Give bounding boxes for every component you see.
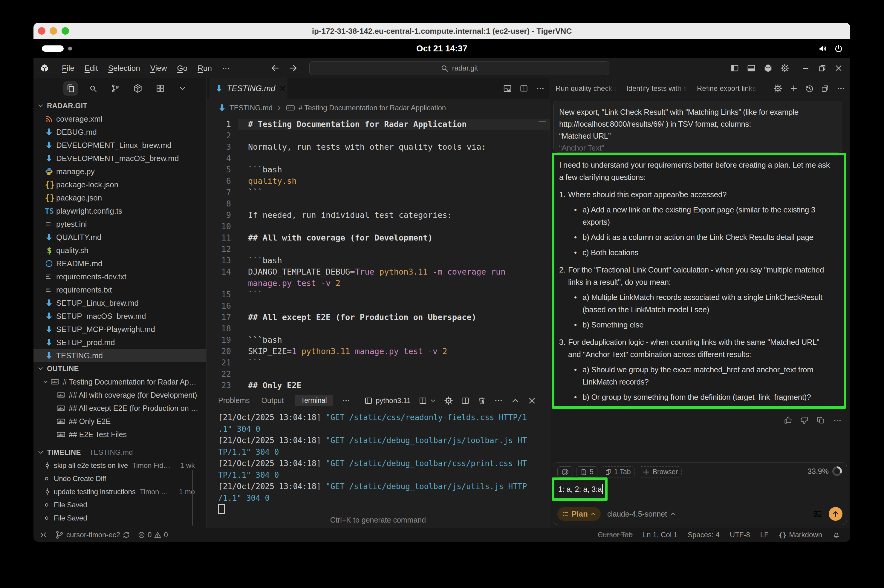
file-readme.md[interactable]: README.md [33, 257, 206, 270]
attach-image-icon[interactable] [813, 509, 822, 519]
command-center-search[interactable]: radar.git [309, 61, 609, 75]
remote-indicator-icon[interactable] [39, 531, 47, 539]
timeline-item-4[interactable]: File Saved [33, 512, 206, 525]
search-view-icon[interactable] [86, 81, 100, 96]
toggle-panel-icon[interactable] [747, 64, 756, 73]
indentation-status[interactable]: Spaces: 4 [687, 531, 720, 539]
menu-go[interactable]: Go [172, 58, 193, 78]
send-button[interactable] [829, 507, 842, 521]
chat-tab-1[interactable]: Identify tests with e [626, 84, 687, 93]
mode-selector[interactable]: Plan [557, 507, 601, 521]
outline-item-1[interactable]: abc## All with coverage (for Development… [33, 388, 206, 402]
model-selector[interactable]: claude-4.5-sonnet [607, 510, 676, 518]
split-editor-icon[interactable] [520, 84, 528, 93]
menu-file[interactable]: File [57, 58, 80, 78]
menu-selection[interactable]: Selection [103, 58, 145, 78]
menu-[interactable]: ⋯ [217, 58, 235, 78]
breadcrumb-symbol[interactable]: # Testing Documentation for Radar Applic… [299, 104, 446, 112]
tab-close-icon[interactable] [279, 84, 287, 92]
terminal-more-icon[interactable] [494, 396, 503, 405]
chat-settings-icon[interactable] [773, 84, 782, 93]
timeline-section-header[interactable]: TIMELINETESTING.md [33, 446, 206, 459]
language-status[interactable]: {} Markdown [779, 531, 822, 539]
encoding-status[interactable]: UTF-8 [730, 531, 750, 539]
file-testing.md[interactable]: TESTING.md [33, 349, 206, 362]
git-branch-status[interactable]: cursor-timon-ec2 [55, 530, 130, 539]
editor-more-actions-icon[interactable] [536, 84, 545, 93]
navigate-forward-icon[interactable] [289, 64, 298, 73]
new-terminal-button[interactable] [419, 396, 436, 405]
thumbs-up-icon[interactable] [783, 416, 792, 425]
file-package-lock.json[interactable]: {}package-lock.json [33, 178, 206, 191]
volume-icon[interactable] [818, 44, 827, 54]
chat-more-icon[interactable] [836, 84, 845, 93]
file-requirements-dev.txt[interactable]: requirements-dev.txt [33, 270, 206, 283]
timeline-item-0[interactable]: skip all e2e tests on liveTimon Fid…1 wk [33, 459, 206, 472]
settings-gear-icon[interactable] [780, 64, 789, 73]
breadcrumb-file[interactable]: TESTING.md [230, 104, 273, 112]
window-restore-icon[interactable] [818, 64, 826, 72]
file-development-macos-brew.md[interactable]: DEVELOPMENT_macOS_brew.md [33, 152, 206, 165]
file-requirements.txt[interactable]: requirements.txt [33, 283, 206, 296]
thumbs-down-icon[interactable] [800, 416, 809, 425]
notifications-bell-icon[interactable] [832, 531, 840, 539]
problems-status[interactable]: 0 0 [138, 531, 168, 539]
chat-history-icon[interactable] [805, 84, 814, 93]
user-message[interactable]: New export, “Link Check Result” with “Ma… [554, 101, 842, 153]
menu-edit[interactable]: Edit [80, 58, 103, 78]
views-dropdown-icon[interactable] [176, 81, 190, 96]
outline-item-2[interactable]: abc## All except E2E (for Production on … [33, 402, 206, 415]
file-quality.sh[interactable]: $quality.sh [33, 244, 206, 257]
open-chat-in-editor-icon[interactable] [821, 84, 829, 93]
context-chip-browser[interactable]: Browser [638, 466, 682, 477]
timeline-item-1[interactable]: Undo Create Diff [33, 472, 206, 485]
outline-section-header[interactable]: OUTLINE [33, 362, 206, 375]
context-chip-at[interactable] [557, 466, 573, 477]
window-close-icon[interactable] [834, 64, 843, 73]
file-setup-prod.md[interactable]: SETUP_prod.md [33, 336, 206, 349]
timeline-item-2[interactable]: update testing instructionsTimon …1 mo [33, 485, 206, 498]
toggle-sidebar-icon[interactable] [730, 64, 739, 73]
more-views-icon[interactable] [153, 81, 167, 96]
source-control-view-icon[interactable] [108, 81, 123, 96]
open-preview-icon[interactable] [503, 84, 512, 93]
panel-tab-problems[interactable]: Problems [218, 396, 250, 405]
copy-message-icon[interactable] [816, 416, 825, 425]
file-coverage.xml[interactable]: coverage.xml [33, 112, 206, 126]
file-manage.py[interactable]: manage.py [33, 165, 206, 178]
cursor-position-status[interactable]: Ln 1, Col 1 [643, 531, 677, 539]
sidebar-scrollbar[interactable] [192, 470, 193, 525]
new-chat-icon[interactable] [789, 84, 798, 93]
terminal-settings-icon[interactable] [444, 396, 453, 405]
timeline-item-5[interactable]: File Saved [33, 525, 206, 528]
split-terminal-icon[interactable] [461, 396, 470, 405]
window-minimize-icon[interactable] [801, 64, 810, 73]
navigate-back-icon[interactable] [271, 64, 280, 73]
file-setup-mcp-playwright.md[interactable]: SETUP_MCP-Playwright.md [33, 322, 206, 336]
chat-tab-2[interactable]: Refine export links f [697, 84, 758, 93]
chat-input-text[interactable]: 1: a, 2: a, 3:a [558, 485, 602, 494]
context-chip-1-tab[interactable]: 1 Tab [601, 466, 635, 477]
outline-item-0[interactable]: abc# Testing Documentation for Radar Ap… [33, 375, 206, 388]
maximize-panel-icon[interactable] [511, 396, 519, 405]
context-chip-5[interactable]: 5 [576, 466, 597, 477]
close-panel-icon[interactable] [527, 396, 536, 405]
eol-status[interactable]: LF [760, 531, 768, 539]
outline-item-3[interactable]: abc## Only E2E [33, 415, 206, 428]
extensions-view-icon[interactable] [131, 81, 145, 96]
terminal-output[interactable]: [21/Oct/2025 13:04:18] "GET /static/css/… [207, 410, 549, 516]
message-more-icon[interactable] [833, 416, 842, 425]
panel-tab-output[interactable]: Output [261, 396, 284, 405]
breadcrumb[interactable]: TESTING.md abc # Testing Documentation f… [207, 99, 549, 117]
minimap-slider[interactable] [539, 121, 546, 122]
power-icon[interactable] [834, 44, 843, 53]
file-development-linux-brew.md[interactable]: DEVELOPMENT_Linux_brew.md [33, 139, 206, 152]
explorer-view-icon[interactable] [63, 81, 78, 96]
tab-testing-md[interactable]: TESTING.md [210, 78, 288, 99]
explorer-section-radar-git[interactable]: RADAR.GIT [33, 99, 206, 112]
menu-view[interactable]: View [145, 58, 172, 78]
clock[interactable]: Oct 21 14:37 [33, 39, 850, 58]
file-pytest.ini[interactable]: pytest.ini [33, 218, 206, 231]
outline-item-4[interactable]: abc## E2E Test Files [33, 428, 206, 441]
timeline-item-3[interactable]: File Saved [33, 498, 206, 512]
